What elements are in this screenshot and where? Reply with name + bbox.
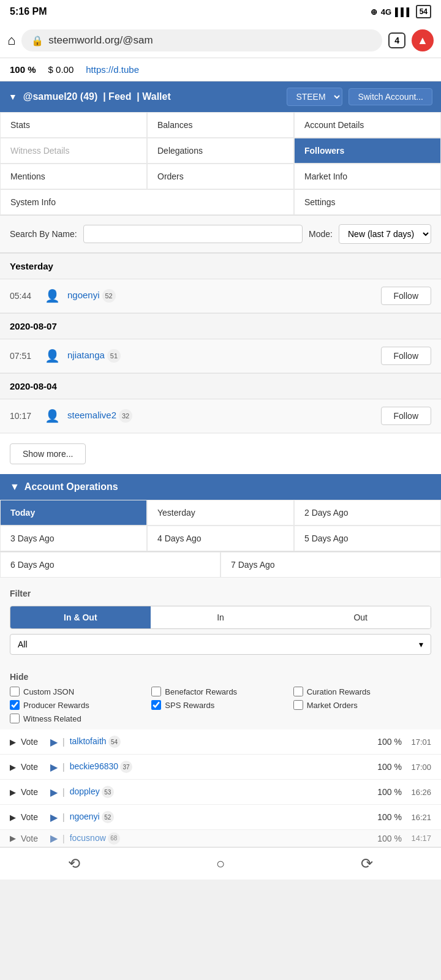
show-more-button[interactable]: Show more... [10,443,86,464]
url-bar[interactable]: 🔒 steemworld.org/@sam [21,29,382,51]
expand-arrow-1[interactable]: ▶ [10,763,16,772]
tab-count[interactable]: 4 [388,32,405,48]
hide-section: Hide Custom JSON Benefactor Rewards Cura… [0,666,441,729]
follow-button-ngoenyi[interactable]: Follow [381,287,431,305]
vote-row-4: ▶ Vote ▶ | focusnow68 100 % 14:17 [0,830,441,847]
nav-item-balances[interactable]: Balances [147,112,294,138]
follow-button-steemalive2[interactable]: Follow [381,407,431,425]
expand-arrow-0[interactable]: ▶ [10,737,16,747]
home-button[interactable]: ○ [216,855,225,872]
checkbox-curation-rewards[interactable] [293,687,303,696]
follow-button-njiatanga[interactable]: Follow [381,347,431,365]
follower-badge: 32 [119,409,132,423]
vote-time-0: 17:01 [407,737,431,747]
dropdown-ops-icon[interactable]: ▼ [10,481,20,492]
play-icon-1[interactable]: ▶ [50,761,58,773]
hide-market-orders[interactable]: Market Orders [293,700,431,710]
user-icon: 👤 [45,409,60,423]
follower-name[interactable]: ngoenyi52 [67,289,374,303]
nav-item-delegations[interactable]: Delegations [147,138,294,164]
expand-arrow-3[interactable]: ▶ [10,813,16,822]
battery-level: 54 [416,5,431,18]
play-icon-0[interactable]: ▶ [50,736,58,748]
filter-section: Filter In & Out In Out All ▾ [0,578,441,666]
checkbox-sps-rewards[interactable] [151,700,161,710]
day-4-days-ago[interactable]: 4 Days Ago [147,526,294,551]
recent-button[interactable]: ⟳ [361,855,373,872]
switch-account-button[interactable]: Switch Account... [349,88,432,105]
filter-tab-in[interactable]: In [151,606,291,628]
nav-item-account-details[interactable]: Account Details [294,112,441,138]
hide-custom-json[interactable]: Custom JSON [10,687,148,696]
vote-label-2: Vote [21,787,45,797]
play-icon-3[interactable]: ▶ [50,812,58,823]
nav-item-system-info[interactable]: System Info [0,189,294,215]
vote-user-2[interactable]: doppley53 [70,786,366,798]
vote-time-1: 17:00 [407,763,431,772]
home-icon[interactable]: ⌂ [7,32,15,48]
vote-user-4[interactable]: focusnow68 [70,832,366,845]
status-time: 5:16 PM [10,6,47,17]
days-grid: Today Yesterday 2 Days Ago 3 Days Ago 4 … [0,500,441,552]
checkbox-witness-related[interactable] [10,714,20,723]
vote-time-2: 16:26 [407,788,431,797]
filter-tab-out[interactable]: Out [290,606,431,628]
all-select[interactable]: All ▾ [10,634,431,655]
search-label: Search By Name: [10,229,77,239]
expand-arrow-4[interactable]: ▶ [10,834,16,843]
mode-label: Mode: [309,229,333,239]
filter-tabs: In & Out In Out [10,606,431,629]
day-3-days-ago[interactable]: 3 Days Ago [0,526,147,551]
nav-item-stats[interactable]: Stats [0,112,147,138]
signal-bars: ▌▌▌ [395,7,412,17]
nav-item-orders[interactable]: Orders [147,164,294,189]
follower-name[interactable]: njiatanga51 [67,349,374,363]
hide-curation-rewards[interactable]: Curation Rewards [293,687,431,696]
follower-name[interactable]: steemalive232 [67,409,374,423]
day-6-days-ago[interactable]: 6 Days Ago [0,552,221,578]
nav-grid: Stats Balances Account Details Witness D… [0,112,441,216]
dtube-link[interactable]: https://d.tube [86,64,139,75]
follower-badge: 52 [102,289,116,303]
day-5-days-ago[interactable]: 5 Days Ago [294,526,441,551]
hide-producer-rewards[interactable]: Producer Rewards [10,700,148,710]
hide-benefactor-rewards[interactable]: Benefactor Rewards [151,687,289,696]
nav-item-witness-details: Witness Details [0,138,147,164]
status-bar: 5:16 PM ⊕ 4G ▌▌▌ 54 [0,0,441,23]
filter-tab-in-out[interactable]: In & Out [10,606,151,628]
back-button[interactable]: ⟲ [68,855,80,872]
filter-label: Filter [0,584,441,603]
vote-row-2: ▶ Vote ▶ | doppley53 100 % 16:26 [0,780,441,805]
upload-button[interactable]: ▲ [412,29,434,51]
account-name: @samuel20 (49) | Feed | Wallet [23,91,281,102]
network-select[interactable]: STEEM [287,88,342,106]
hide-sps-rewards[interactable]: SPS Rewards [151,700,289,710]
expand-arrow-2[interactable]: ▶ [10,788,16,797]
dropdown-arrow-icon[interactable]: ▼ [9,92,17,102]
vote-user-3[interactable]: ngoenyi52 [70,811,366,823]
vote-user-0[interactable]: talktofaith54 [70,736,366,748]
day-yesterday[interactable]: Yesterday [147,500,294,526]
checkbox-market-orders[interactable] [293,700,303,710]
vote-user-1[interactable]: beckie9683037 [70,761,366,773]
mode-select[interactable]: New (last 7 days) All [339,224,431,244]
nav-item-market-info[interactable]: Market Info [294,164,441,189]
search-input[interactable] [83,225,303,243]
nav-item-mentions[interactable]: Mentions [0,164,147,189]
checkbox-custom-json[interactable] [10,687,20,696]
day-today[interactable]: Today [0,500,147,526]
followers-section: Yesterday 05:44 👤 ngoenyi52 Follow 2020-… [0,253,441,474]
day-7-days-ago[interactable]: 7 Days Ago [221,552,441,578]
lock-icon: 🔒 [31,35,43,47]
play-icon-2[interactable]: ▶ [50,786,58,798]
nav-item-followers[interactable]: Followers [294,138,441,164]
day-2-days-ago[interactable]: 2 Days Ago [294,500,441,526]
checkbox-producer-rewards[interactable] [10,700,20,710]
account-ops-title: Account Operations [24,481,118,492]
vote-label-4: Vote [21,834,45,843]
hide-witness-related[interactable]: Witness Related [10,714,148,723]
pipe-1: | [62,762,65,772]
checkbox-benefactor-rewards[interactable] [151,687,161,696]
play-icon-4[interactable]: ▶ [50,832,58,844]
nav-item-settings[interactable]: Settings [294,189,441,215]
